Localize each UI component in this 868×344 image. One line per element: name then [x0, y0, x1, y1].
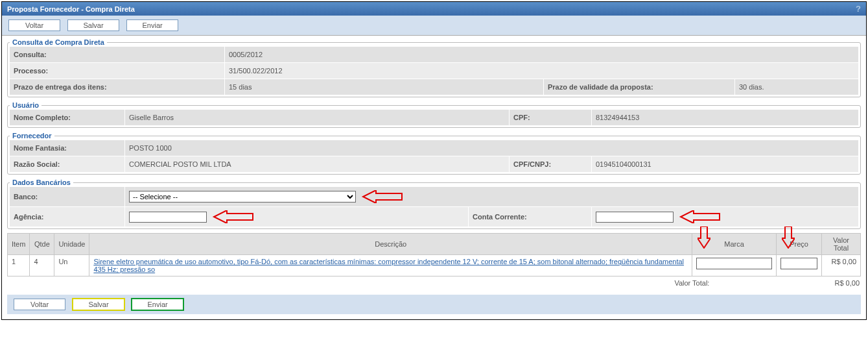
enviar-button[interactable]: Enviar — [126, 19, 178, 31]
conta-corrente-label: Conta Corrente: — [469, 207, 592, 227]
th-valor-total: Valor Total — [822, 234, 861, 255]
arrow-left-pointing-icon — [360, 190, 403, 203]
bottom-toolbar: Voltar Salvar Enviar — [7, 295, 861, 314]
prazo-entrega-label: Prazo de entrega dos itens: — [10, 79, 225, 95]
nome-completo-value: Giselle Barros — [125, 110, 510, 125]
banco-select[interactable]: -- Selecione -- — [129, 191, 356, 203]
voltar-button[interactable]: Voltar — [8, 19, 60, 31]
arrow-down-icon — [698, 227, 710, 249]
agencia-input[interactable] — [129, 212, 207, 223]
th-descricao: Descrição — [89, 234, 692, 255]
fornecedor-legend: Fornecedor — [10, 132, 54, 140]
agencia-cell — [125, 207, 469, 227]
consulta-legend: Consulta de Compra Direta — [10, 38, 107, 46]
cpf-label: CPF: — [510, 110, 592, 125]
conta-corrente-input[interactable] — [596, 212, 674, 223]
help-icon[interactable]: ? — [856, 4, 861, 14]
cpfcnpj-value: 01945104000131 — [592, 156, 858, 172]
table-row: 1 4 Un Sirene eletro pneumática de uso a… — [8, 255, 861, 276]
content-area: Consulta de Compra Direta Consulta: 0005… — [2, 36, 866, 319]
enviar-button[interactable]: Enviar — [132, 299, 183, 310]
fornecedor-fieldset: Fornecedor Nome Fantasia: POSTO 1000 Raz… — [7, 132, 861, 175]
th-preco: Preço — [777, 234, 822, 255]
conta-corrente-cell — [592, 207, 858, 227]
cell-qtde: 4 — [30, 255, 54, 276]
dados-bancarios-fieldset: Dados Bancários Banco: -- Selecione -- A… — [7, 178, 861, 229]
total-value: R$ 0,00 — [834, 279, 860, 287]
consulta-fieldset: Consulta de Compra Direta Consulta: 0005… — [7, 38, 861, 97]
cell-unidade: Un — [54, 255, 89, 276]
total-label: Valor Total: — [674, 279, 709, 287]
nome-fantasia-label: Nome Fantasia: — [10, 140, 125, 156]
th-marca-text: Marca — [724, 240, 744, 248]
top-toolbar: Voltar Salvar Enviar — [2, 16, 866, 36]
usuario-fieldset: Usuário Nome Completo: Giselle Barros CP… — [7, 101, 861, 128]
razao-social-value: COMERCIAL POSTO MIL LTDA — [125, 156, 510, 172]
window-title: Proposta Fornecedor - Compra Direta — [7, 5, 135, 13]
arrow-down-icon — [782, 227, 795, 249]
arrow-left-pointing-icon — [211, 210, 253, 223]
items-table: Item Qtde Unidade Descrição Marca — [7, 233, 861, 276]
arrow-left-pointing-icon — [677, 210, 720, 223]
total-row: Valor Total: R$ 0,00 — [7, 276, 861, 289]
salvar-button[interactable]: Salvar — [67, 19, 119, 31]
consulta-label: Consulta: — [10, 47, 225, 62]
titlebar: Proposta Fornecedor - Compra Direta ? — [2, 2, 866, 16]
cell-descricao: Sirene eletro pneumática de uso automoti… — [89, 255, 692, 276]
cell-valor-total: R$ 0,00 — [822, 255, 861, 276]
preco-input[interactable] — [780, 258, 817, 269]
processo-label: Processo: — [10, 63, 225, 79]
processo-value: 31/500.022/2012 — [225, 63, 858, 79]
cpfcnpj-label: CPF/CNPJ: — [510, 156, 592, 172]
th-unidade: Unidade — [54, 234, 89, 255]
nome-fantasia-value: POSTO 1000 — [125, 140, 858, 156]
cell-marca — [692, 255, 777, 276]
cell-preco — [777, 255, 822, 276]
marca-input[interactable] — [696, 258, 772, 269]
banco-label: Banco: — [10, 187, 125, 206]
banco-cell: -- Selecione -- — [125, 187, 858, 206]
app-window: Proposta Fornecedor - Compra Direta ? Vo… — [1, 1, 867, 320]
salvar-button[interactable]: Salvar — [73, 299, 124, 310]
th-qtde: Qtde — [30, 234, 54, 255]
items-header-row: Item Qtde Unidade Descrição Marca — [8, 234, 861, 255]
usuario-legend: Usuário — [10, 101, 41, 109]
consulta-value: 0005/2012 — [225, 47, 858, 62]
agencia-label: Agência: — [10, 207, 125, 227]
prazo-validade-value: 30 dias. — [735, 79, 858, 95]
cell-item: 1 — [8, 255, 30, 276]
descricao-link[interactable]: Sirene eletro pneumática de uso automoti… — [93, 258, 684, 273]
voltar-button[interactable]: Voltar — [14, 299, 65, 310]
th-marca: Marca — [692, 234, 777, 255]
cpf-value: 81324944153 — [592, 110, 858, 125]
dados-bancarios-legend: Dados Bancários — [10, 178, 73, 186]
prazo-entrega-value: 15 dias — [225, 79, 544, 95]
th-item: Item — [8, 234, 30, 255]
nome-completo-label: Nome Completo: — [10, 110, 125, 125]
prazo-validade-label: Prazo de validade da proposta: — [544, 79, 735, 95]
razao-social-label: Razão Social: — [10, 156, 125, 172]
